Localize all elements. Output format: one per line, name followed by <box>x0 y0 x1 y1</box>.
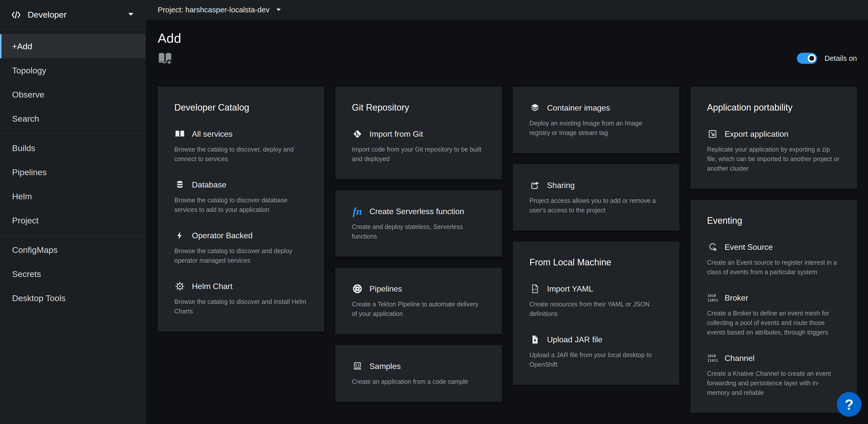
add-item-title: Samples <box>369 362 401 371</box>
sidebar-item-desktop-tools[interactable]: Desktop Tools <box>0 286 146 310</box>
tekton-pipelines-icon <box>352 283 363 294</box>
add-item-title: Sharing <box>547 181 575 190</box>
perspective-switcher[interactable]: Developer <box>0 0 146 30</box>
add-item-description: Create an application from a code sample <box>352 377 485 386</box>
grid-column-2: Git Repository <box>335 87 502 402</box>
card-application-portability: Application portability Export applicati… <box>690 87 857 189</box>
add-item-operator-backed[interactable]: Operator Backed Browse the catalog to di… <box>174 230 308 265</box>
bolt-icon <box>174 230 185 241</box>
grid-column-1: Developer Catalog All services Browse th… <box>158 87 324 332</box>
add-item-pipelines[interactable]: Pipelines Create a Tekton Pipeline to au… <box>352 283 485 318</box>
svg-text:11011: 11011 <box>707 359 718 362</box>
add-item-all-services[interactable]: All services Browse the catalog to disco… <box>174 129 308 164</box>
sidebar-item-topology[interactable]: Topology <box>0 58 146 82</box>
file-code-icon <box>529 283 540 294</box>
add-item-description: Create and deploy stateless, Serverless … <box>352 222 485 241</box>
add-item-import-yaml[interactable]: Import YAML Create resources from their … <box>529 283 663 318</box>
laptop-code-icon <box>352 361 363 372</box>
page-header: Add Details on <box>146 20 868 75</box>
add-item-container-images[interactable]: Container images Deploy an existing Imag… <box>529 102 663 138</box>
sidebar-item-search[interactable]: Search <box>0 107 146 131</box>
card-title: Git Repository <box>352 102 485 113</box>
sidebar-item-helm[interactable]: Helm <box>0 184 146 208</box>
add-item-sharing[interactable]: Sharing Project access allows you to add… <box>529 180 663 215</box>
details-toggle[interactable] <box>797 53 817 64</box>
function-icon: fn <box>352 206 363 217</box>
add-item-helm-chart[interactable]: Helm Chart Browse the catalog to discove… <box>174 281 308 316</box>
add-card-grid: Developer Catalog All services Browse th… <box>146 75 868 413</box>
share-icon <box>529 180 540 191</box>
details-toggle-knob <box>808 54 816 62</box>
details-toggle-label: Details on <box>825 54 857 63</box>
add-item-description: Browse the catalog to discover and deplo… <box>174 246 308 265</box>
binary-broker-icon: 1010 11011 <box>707 292 718 303</box>
add-item-title: Operator Backed <box>192 231 253 240</box>
add-item-export-application[interactable]: Export application Replicate your applic… <box>707 129 840 173</box>
add-item-broker[interactable]: 1010 11011 Broker Create a Broker to def… <box>707 292 840 337</box>
svg-text:11011: 11011 <box>707 298 718 302</box>
code-icon <box>11 10 21 19</box>
card-pipelines: Pipelines Create a Tekton Pipeline to au… <box>335 268 502 334</box>
add-item-description: Browse the catalog to discover database … <box>174 195 308 215</box>
chevron-down-icon <box>276 8 281 11</box>
add-item-title: Upload JAR file <box>547 335 602 344</box>
card-developer-catalog: Developer Catalog All services Browse th… <box>158 87 324 332</box>
sidebar-item-pipelines[interactable]: Pipelines <box>0 160 146 184</box>
help-button[interactable]: ? <box>837 392 862 417</box>
add-item-title: Helm Chart <box>192 282 232 291</box>
card-title: Developer Catalog <box>174 102 308 113</box>
binary-channel-icon: 1010 11011 <box>707 352 718 364</box>
add-item-description: Browse the catalog to discover, deploy a… <box>174 144 308 164</box>
nav-divider <box>0 133 146 134</box>
sidebar-item-configmaps[interactable]: ConfigMaps <box>0 238 146 262</box>
file-upload-icon <box>529 334 540 345</box>
database-icon <box>174 179 185 190</box>
project-selector[interactable]: Project: harshcasper-localsta-dev <box>158 5 281 14</box>
add-item-description: Import code from your Git repository to … <box>352 144 485 164</box>
main-area: Project: harshcasper-localsta-dev Add <box>146 0 868 424</box>
card-samples: Samples Create an application from a cod… <box>335 345 502 402</box>
add-item-channel[interactable]: 1010 11011 Channel Create a Knative Chan… <box>707 352 840 397</box>
details-toggle-group: Details on <box>797 53 857 64</box>
card-title: Eventing <box>707 216 840 226</box>
card-sharing: Sharing Project access allows you to add… <box>513 164 679 230</box>
grid-column-4: Application portability Export applicati… <box>690 87 857 413</box>
add-item-title: Create Serverless function <box>369 207 464 216</box>
perspective-label: Developer <box>28 10 67 20</box>
svg-text:1010: 1010 <box>707 293 716 298</box>
add-item-description: Browse the catalog to discover and insta… <box>174 297 308 316</box>
add-item-title: Event Source <box>724 243 773 252</box>
grid-column-3: Container images Deploy an existing Imag… <box>513 87 679 385</box>
add-item-title: Channel <box>724 354 754 363</box>
add-item-import-from-git[interactable]: Import from Git Import code from your Gi… <box>352 129 485 164</box>
add-item-upload-jar-file[interactable]: Upload JAR file Upload a JAR file from y… <box>529 334 663 369</box>
card-from-local-machine: From Local Machine Import YAML Create r <box>513 242 679 385</box>
open-book-icon <box>174 129 185 140</box>
sidebar-item-observe[interactable]: Observe <box>0 82 146 107</box>
card-container-images: Container images Deploy an existing Imag… <box>513 87 679 153</box>
layers-icon <box>529 102 540 113</box>
sidebar-item-project[interactable]: Project <box>0 208 146 232</box>
event-source-icon <box>707 242 718 253</box>
card-title: From Local Machine <box>529 257 663 268</box>
add-item-title: Broker <box>724 293 748 303</box>
svg-text:1010: 1010 <box>707 354 716 358</box>
sidebar-item-builds[interactable]: Builds <box>0 136 146 160</box>
add-item-samples[interactable]: Samples Create an application from a cod… <box>352 361 485 386</box>
sidebar-item-secrets[interactable]: Secrets <box>0 262 146 286</box>
add-item-description: Create a Knative Channel to create an ev… <box>707 369 840 397</box>
add-item-database[interactable]: Database Browse the catalog to discover … <box>174 179 308 215</box>
git-icon <box>352 129 363 140</box>
sidebar-item-add[interactable]: +Add <box>0 34 146 58</box>
card-git-repository: Git Repository <box>335 87 502 179</box>
book-plus-icon[interactable] <box>158 52 172 65</box>
add-item-description: Upload a JAR file from your local deskto… <box>529 350 663 369</box>
add-item-title: All services <box>192 130 232 139</box>
add-item-description: Replicate your application by exporting … <box>707 144 840 173</box>
card-serverless-function: fn Create Serverless function Create and… <box>335 190 502 257</box>
question-mark-icon: ? <box>845 396 854 413</box>
page-title: Add <box>158 31 857 46</box>
add-item-event-source[interactable]: Event Source Create an Event source to r… <box>707 242 840 277</box>
add-item-create-serverless-function[interactable]: fn Create Serverless function Create and… <box>352 206 485 241</box>
card-eventing: Eventing Event Source Create an Event so… <box>690 200 857 413</box>
